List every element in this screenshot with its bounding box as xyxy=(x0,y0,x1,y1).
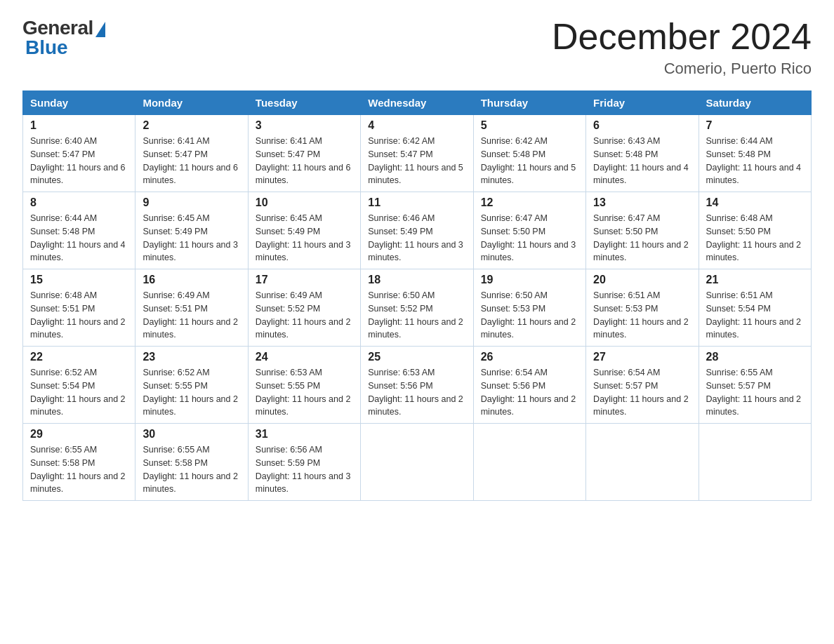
page-title: December 2024 xyxy=(552,17,812,57)
day-info: Sunrise: 6:53 AMSunset: 5:56 PMDaylight:… xyxy=(368,366,465,419)
day-number: 13 xyxy=(593,196,691,209)
day-info: Sunrise: 6:55 AMSunset: 5:58 PMDaylight:… xyxy=(30,443,128,496)
calendar-cell: 3Sunrise: 6:41 AMSunset: 5:47 PMDaylight… xyxy=(248,115,360,192)
calendar-cell: 11Sunrise: 6:46 AMSunset: 5:49 PMDayligh… xyxy=(361,192,473,269)
calendar-week-5: 29Sunrise: 6:55 AMSunset: 5:58 PMDayligh… xyxy=(23,424,812,501)
calendar-cell: 8Sunrise: 6:44 AMSunset: 5:48 PMDaylight… xyxy=(23,192,135,269)
day-number: 28 xyxy=(706,351,804,363)
day-info: Sunrise: 6:46 AMSunset: 5:49 PMDaylight:… xyxy=(368,212,465,264)
calendar-header: SundayMondayTuesdayWednesdayThursdayFrid… xyxy=(23,91,812,115)
day-number: 2 xyxy=(143,119,240,132)
col-header-sunday: Sunday xyxy=(23,91,135,115)
calendar-cell: 12Sunrise: 6:47 AMSunset: 5:50 PMDayligh… xyxy=(473,192,585,269)
day-info: Sunrise: 6:49 AMSunset: 5:52 PMDaylight:… xyxy=(256,289,353,342)
day-number: 5 xyxy=(481,119,578,132)
day-info: Sunrise: 6:53 AMSunset: 5:55 PMDaylight:… xyxy=(256,366,353,419)
calendar-week-2: 8Sunrise: 6:44 AMSunset: 5:48 PMDaylight… xyxy=(23,192,812,269)
day-info: Sunrise: 6:40 AMSunset: 5:47 PMDaylight:… xyxy=(30,135,128,187)
calendar-cell: 14Sunrise: 6:48 AMSunset: 5:50 PMDayligh… xyxy=(699,192,811,269)
calendar-cell: 27Sunrise: 6:54 AMSunset: 5:57 PMDayligh… xyxy=(586,347,699,424)
day-info: Sunrise: 6:51 AMSunset: 5:53 PMDaylight:… xyxy=(593,289,691,342)
day-number: 17 xyxy=(256,274,353,286)
day-number: 9 xyxy=(143,196,240,209)
day-info: Sunrise: 6:41 AMSunset: 5:47 PMDaylight:… xyxy=(143,135,240,187)
calendar-week-1: 1Sunrise: 6:40 AMSunset: 5:47 PMDaylight… xyxy=(23,115,812,192)
col-header-thursday: Thursday xyxy=(473,91,585,115)
day-info: Sunrise: 6:50 AMSunset: 5:53 PMDaylight:… xyxy=(481,289,578,342)
day-number: 16 xyxy=(143,274,240,286)
day-number: 3 xyxy=(256,119,353,132)
calendar-cell: 30Sunrise: 6:55 AMSunset: 5:58 PMDayligh… xyxy=(135,424,248,501)
day-info: Sunrise: 6:48 AMSunset: 5:51 PMDaylight:… xyxy=(30,289,128,342)
day-number: 12 xyxy=(481,196,578,209)
calendar-cell: 24Sunrise: 6:53 AMSunset: 5:55 PMDayligh… xyxy=(248,347,360,424)
day-info: Sunrise: 6:50 AMSunset: 5:52 PMDaylight:… xyxy=(368,289,465,342)
col-header-friday: Friday xyxy=(586,91,699,115)
day-number: 14 xyxy=(706,196,804,209)
day-number: 30 xyxy=(143,428,240,441)
day-info: Sunrise: 6:56 AMSunset: 5:59 PMDaylight:… xyxy=(256,443,353,496)
col-header-saturday: Saturday xyxy=(699,91,811,115)
day-number: 29 xyxy=(30,428,128,441)
calendar-cell xyxy=(361,424,473,501)
calendar-cell: 4Sunrise: 6:42 AMSunset: 5:47 PMDaylight… xyxy=(361,115,473,192)
col-header-wednesday: Wednesday xyxy=(361,91,473,115)
day-number: 27 xyxy=(593,351,691,363)
col-header-monday: Monday xyxy=(135,91,248,115)
calendar-cell: 19Sunrise: 6:50 AMSunset: 5:53 PMDayligh… xyxy=(473,269,585,347)
day-number: 10 xyxy=(256,196,353,209)
calendar-cell xyxy=(586,424,699,501)
calendar-cell: 13Sunrise: 6:47 AMSunset: 5:50 PMDayligh… xyxy=(586,192,699,269)
day-info: Sunrise: 6:54 AMSunset: 5:57 PMDaylight:… xyxy=(593,366,691,419)
calendar-cell: 26Sunrise: 6:54 AMSunset: 5:56 PMDayligh… xyxy=(473,347,585,424)
day-info: Sunrise: 6:52 AMSunset: 5:54 PMDaylight:… xyxy=(30,366,128,419)
day-info: Sunrise: 6:54 AMSunset: 5:56 PMDaylight:… xyxy=(481,366,578,419)
day-info: Sunrise: 6:43 AMSunset: 5:48 PMDaylight:… xyxy=(593,135,691,187)
day-number: 26 xyxy=(481,351,578,363)
day-info: Sunrise: 6:41 AMSunset: 5:47 PMDaylight:… xyxy=(256,135,353,187)
day-number: 11 xyxy=(368,196,465,209)
day-info: Sunrise: 6:42 AMSunset: 5:48 PMDaylight:… xyxy=(481,135,578,187)
calendar-cell: 17Sunrise: 6:49 AMSunset: 5:52 PMDayligh… xyxy=(248,269,360,347)
calendar-cell: 7Sunrise: 6:44 AMSunset: 5:48 PMDaylight… xyxy=(699,115,811,192)
day-info: Sunrise: 6:49 AMSunset: 5:51 PMDaylight:… xyxy=(143,289,240,342)
day-info: Sunrise: 6:47 AMSunset: 5:50 PMDaylight:… xyxy=(593,212,691,264)
calendar-cell: 6Sunrise: 6:43 AMSunset: 5:48 PMDaylight… xyxy=(586,115,699,192)
calendar-cell xyxy=(699,424,811,501)
day-number: 23 xyxy=(143,351,240,363)
day-number: 8 xyxy=(30,196,128,209)
calendar-cell: 18Sunrise: 6:50 AMSunset: 5:52 PMDayligh… xyxy=(361,269,473,347)
day-info: Sunrise: 6:55 AMSunset: 5:57 PMDaylight:… xyxy=(706,366,804,419)
day-number: 7 xyxy=(706,119,804,132)
day-info: Sunrise: 6:47 AMSunset: 5:50 PMDaylight:… xyxy=(481,212,578,264)
day-info: Sunrise: 6:44 AMSunset: 5:48 PMDaylight:… xyxy=(706,135,804,187)
day-info: Sunrise: 6:52 AMSunset: 5:55 PMDaylight:… xyxy=(143,366,240,419)
calendar-week-4: 22Sunrise: 6:52 AMSunset: 5:54 PMDayligh… xyxy=(23,347,812,424)
logo: General Blue xyxy=(22,17,105,59)
calendar-cell: 2Sunrise: 6:41 AMSunset: 5:47 PMDaylight… xyxy=(135,115,248,192)
calendar-body: 1Sunrise: 6:40 AMSunset: 5:47 PMDaylight… xyxy=(23,115,812,501)
calendar-week-3: 15Sunrise: 6:48 AMSunset: 5:51 PMDayligh… xyxy=(23,269,812,347)
day-number: 4 xyxy=(368,119,465,132)
day-number: 22 xyxy=(30,351,128,363)
calendar-cell: 21Sunrise: 6:51 AMSunset: 5:54 PMDayligh… xyxy=(699,269,811,347)
logo-triangle-icon xyxy=(95,22,105,37)
day-number: 25 xyxy=(368,351,465,363)
logo-blue-text: Blue xyxy=(25,36,68,59)
day-number: 24 xyxy=(256,351,353,363)
day-number: 15 xyxy=(30,274,128,286)
calendar-cell: 28Sunrise: 6:55 AMSunset: 5:57 PMDayligh… xyxy=(699,347,811,424)
calendar-cell xyxy=(473,424,585,501)
day-number: 20 xyxy=(593,274,691,286)
day-info: Sunrise: 6:48 AMSunset: 5:50 PMDaylight:… xyxy=(706,212,804,264)
day-number: 6 xyxy=(593,119,691,132)
calendar-cell: 10Sunrise: 6:45 AMSunset: 5:49 PMDayligh… xyxy=(248,192,360,269)
day-info: Sunrise: 6:45 AMSunset: 5:49 PMDaylight:… xyxy=(143,212,240,264)
calendar-cell: 25Sunrise: 6:53 AMSunset: 5:56 PMDayligh… xyxy=(361,347,473,424)
calendar-cell: 31Sunrise: 6:56 AMSunset: 5:59 PMDayligh… xyxy=(248,424,360,501)
calendar-cell: 23Sunrise: 6:52 AMSunset: 5:55 PMDayligh… xyxy=(135,347,248,424)
day-info: Sunrise: 6:44 AMSunset: 5:48 PMDaylight:… xyxy=(30,212,128,264)
title-block: December 2024 Comerio, Puerto Rico xyxy=(552,17,812,78)
calendar-cell: 22Sunrise: 6:52 AMSunset: 5:54 PMDayligh… xyxy=(23,347,135,424)
day-number: 19 xyxy=(481,274,578,286)
